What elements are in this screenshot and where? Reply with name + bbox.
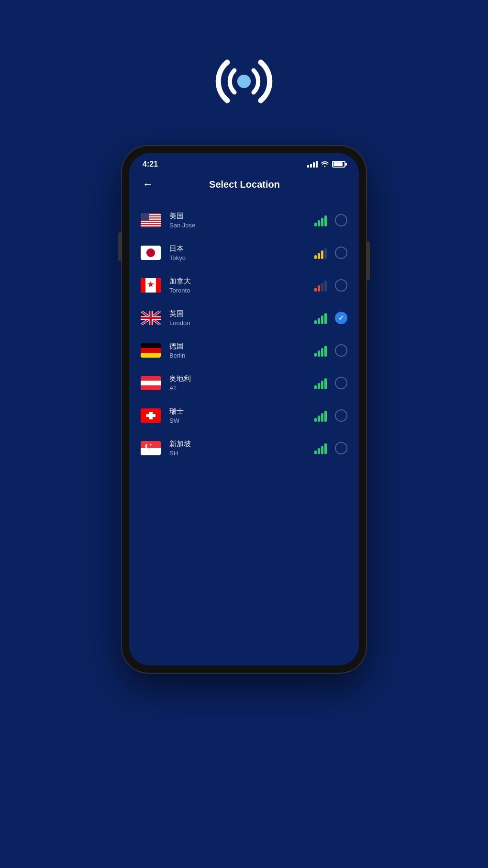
list-item[interactable]: 英国 London [129,302,359,334]
country-cn-sw: 瑞士 [169,407,314,416]
svg-rect-6 [141,223,161,224]
svg-rect-69 [324,443,327,454]
svg-rect-46 [324,346,327,357]
radio-san-jose[interactable] [335,214,347,226]
country-info-tokyo: 日本 Tokyo [169,244,314,261]
flag-london [141,311,161,325]
list-item[interactable]: 日本 Tokyo [129,237,359,269]
svg-point-14 [146,248,155,257]
back-button[interactable]: ← [139,176,157,192]
country-cn-berlin: 德国 [169,342,314,351]
svg-rect-59 [321,413,323,422]
signal-toronto [314,279,327,292]
svg-rect-57 [314,418,317,422]
list-item[interactable]: 新加坡 SH [129,432,359,464]
svg-rect-58 [318,416,320,422]
flag-sw [141,408,161,423]
svg-rect-56 [146,414,155,417]
signal-sh [314,442,327,454]
broadcast-icon [201,38,287,124]
wifi-icon [321,160,329,169]
signal-tokyo [314,247,327,259]
svg-rect-10 [318,220,320,226]
svg-rect-48 [141,381,161,385]
svg-rect-9 [314,223,317,226]
radio-toronto[interactable] [335,279,347,292]
svg-rect-15 [314,255,317,259]
country-cn-san-jose: 美国 [169,212,314,221]
status-time: 4:21 [143,160,158,169]
svg-rect-23 [314,288,317,292]
country-cn-at: 奥地利 [169,374,314,383]
radio-london[interactable] [335,312,347,324]
signal-sw [314,409,327,422]
country-en-sh: SH [169,450,314,457]
country-en-toronto: Toronto [169,287,314,294]
svg-rect-16 [318,253,320,259]
country-info-sw: 瑞士 SW [169,407,314,424]
country-en-berlin: Berlin [169,352,314,359]
flag-sh [141,441,161,455]
signal-bar-2 [310,164,312,168]
svg-rect-53 [324,378,327,389]
list-item[interactable]: 德国 Berlin [129,334,359,367]
status-icons [307,160,345,169]
svg-rect-42 [141,353,161,358]
flag-toronto [141,278,161,293]
radio-tokyo[interactable] [335,247,347,259]
radio-berlin[interactable] [335,344,347,357]
svg-rect-26 [324,281,327,292]
svg-rect-18 [324,248,327,259]
list-item[interactable]: 美国 San Jose [129,204,359,237]
svg-rect-38 [321,316,323,324]
battery-icon [332,161,345,168]
signal-bar-1 [307,165,309,168]
svg-rect-41 [141,348,161,353]
nav-bar: ← Select Location [129,172,359,199]
flag-tokyo [141,246,161,260]
status-bar: 4:21 [129,153,359,172]
radio-sw[interactable] [335,409,347,422]
svg-rect-11 [321,218,323,226]
list-item[interactable]: 奥地利 AT [129,367,359,399]
country-info-at: 奥地利 AT [169,374,314,392]
country-en-at: AT [169,384,314,392]
svg-point-0 [237,75,251,88]
svg-rect-44 [318,350,320,357]
svg-rect-21 [156,278,161,293]
svg-rect-20 [141,278,145,293]
country-cn-london: 英国 [169,309,314,318]
svg-rect-68 [321,446,323,454]
svg-rect-17 [321,250,323,259]
svg-rect-67 [318,448,320,454]
svg-rect-47 [141,376,161,381]
svg-rect-60 [324,411,327,422]
list-item[interactable]: 瑞士 SW [129,399,359,432]
country-info-london: 英国 London [169,309,314,327]
list-item[interactable]: 加拿大 Toronto [129,269,359,302]
svg-rect-52 [321,381,323,389]
signal-at [314,377,327,389]
country-en-sw: SW [169,417,314,424]
radio-sh[interactable] [335,442,347,454]
cellular-signal [307,161,318,168]
radio-at[interactable] [335,377,347,389]
country-en-london: London [169,319,314,327]
svg-rect-5 [141,221,161,222]
svg-rect-66 [314,451,317,454]
signal-berlin [314,344,327,357]
signal-bar-4 [316,161,318,168]
country-info-toronto: 加拿大 Toronto [169,277,314,294]
svg-rect-62 [141,448,161,455]
flag-berlin [141,343,161,358]
svg-rect-25 [321,283,323,292]
svg-rect-35 [141,317,161,319]
signal-san-jose [314,214,327,226]
country-info-san-jose: 美国 San Jose [169,212,314,229]
svg-rect-43 [314,353,317,357]
country-cn-tokyo: 日本 [169,244,314,253]
country-info-sh: 新加坡 SH [169,440,314,457]
country-cn-sh: 新加坡 [169,440,314,449]
svg-rect-24 [318,285,320,292]
svg-rect-12 [324,215,327,226]
